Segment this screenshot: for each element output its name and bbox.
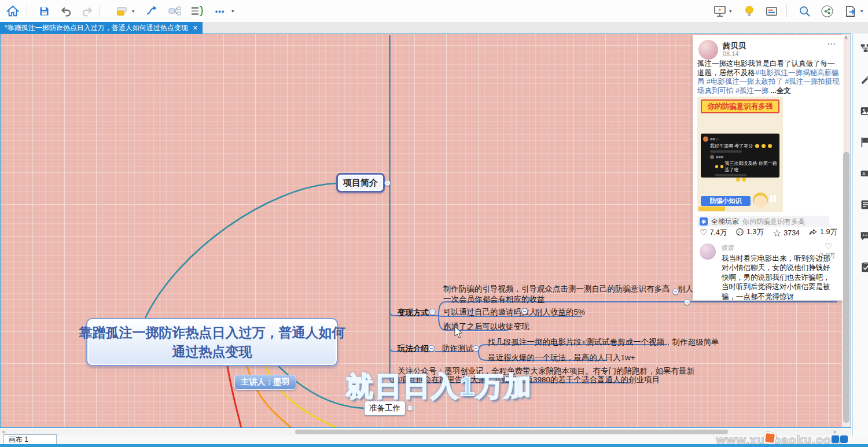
mouse-cursor [454, 326, 463, 338]
star-icon: ☆ [773, 227, 781, 239]
comment-like-heart-icon[interactable]: ♡ [825, 241, 832, 252]
collapse-icon-guide-video[interactable] [672, 289, 679, 295]
watermark-logo [763, 431, 777, 445]
share-stat[interactable]: 1.9万 [808, 227, 837, 237]
video-banner-text: 你的防骗意识有多强 [701, 99, 779, 113]
summary-outline-icon[interactable] [189, 3, 205, 19]
document-tab-bar: *靠蹭孤注一掷防诈热点日入过万，普通人如何通过热点变现 ✕ [0, 22, 868, 34]
document-tab-title: *靠蹭孤注一掷防诈热点日入过万，普通人如何通过热点变现 [5, 23, 188, 33]
save-icon[interactable] [36, 3, 52, 19]
mini-app-icon: ✱ [700, 217, 708, 226]
document-tab[interactable]: *靠蹭孤注一掷防诈热点日入过万，普通人如何通过热点变现 ✕ [0, 22, 203, 34]
bottom-accent-strip [0, 444, 868, 447]
idea-bulb-icon[interactable] [741, 3, 757, 19]
mindmap-canvas[interactable]: 项目简介 靠蹭孤注一掷防诈热点日入过万，普通人如何 通过热点变现 主讲人：墨羽 … [0, 34, 851, 428]
sidebar-comment-icon[interactable] [859, 230, 868, 242]
vertical-scrollbar[interactable]: ∧ [842, 34, 851, 427]
commenter-avatar[interactable] [700, 243, 716, 260]
favorite-count: 3734 [784, 229, 800, 237]
relationship-icon[interactable] [144, 3, 160, 19]
mini-app-tag-row[interactable]: ✱ 全能玩家 你的防骗意识有多高 [697, 216, 829, 227]
video-ribbon-text: 防骗小知识 [701, 196, 751, 206]
svg-text:A..: A.. [862, 171, 867, 176]
like-stat[interactable]: ♡ 7.4万 [700, 227, 727, 238]
collapse-icon-invite[interactable] [521, 308, 528, 315]
favorite-stat[interactable]: ☆ 3734 [773, 227, 800, 239]
comment-stat[interactable]: 1.3万 [735, 227, 764, 237]
more-tools-icon[interactable]: ••• [212, 3, 228, 19]
sidebar-task-icon[interactable] [859, 261, 868, 273]
export-icon[interactable] [842, 3, 858, 19]
mini-app-desc: 你的防骗意识有多高 [742, 217, 805, 227]
central-topic-line1: 靠蹭孤注一掷防诈热点日入过万，普通人如何 [79, 323, 345, 342]
presentation-caret[interactable]: ▾ [729, 8, 732, 14]
video-mini-tag [698, 206, 725, 211]
pause-icon[interactable] [770, 195, 773, 202]
central-topic-line2: 通过热点变现 [172, 342, 252, 361]
collapse-icon-project-intro[interactable] [384, 180, 391, 186]
canvas-sheet-tab[interactable]: 画布 1 [3, 434, 57, 445]
share-icon[interactable] [819, 3, 835, 19]
sidebar-style-brush-icon[interactable] [859, 74, 868, 86]
node-central-topic[interactable]: 靠蹭孤注一掷防诈热点日入过万，普通人如何 通过热点变现 [86, 318, 338, 366]
node-guide-video-line2[interactable]: 一次会员你都会有相应的收益 [443, 294, 545, 305]
node-preparation[interactable]: 准备工作 [364, 401, 406, 416]
node-monetize-methods[interactable]: 变现方式 [398, 308, 429, 318]
sidebar-notes-icon[interactable] [859, 199, 868, 210]
node-play-intro[interactable]: 玩法介绍 [398, 343, 429, 354]
video-comment-screenshot: ■■ ▷ 我好牛逼啊 考了零分 ■■■ 我三次都没及格 你第一题选了啥 [701, 134, 779, 178]
post-author-avatar[interactable] [698, 40, 718, 60]
sidebar-structure-icon[interactable] [859, 43, 868, 54]
mindmap-app-window: ▾ ••• ▾ ▾ ▾ *靠蹭孤注一掷防诈热点日入过万，普通人如何通过热点变现 … [0, 0, 868, 447]
node-test-make[interactable]: 找几段孤注一掷的电影片段+测试试卷剪成一个视频，制作超级简单 [488, 337, 719, 348]
node-presenter-badge[interactable]: 主讲人：墨羽 [234, 375, 296, 390]
big-overlay-text: 就日日入1万加 [346, 368, 532, 405]
collapse-icon-preparation[interactable] [407, 405, 413, 411]
sidebar-label-icon[interactable]: A.. [859, 168, 868, 179]
collapse-icon-anti-fraud-test[interactable] [473, 345, 479, 352]
sidebar-image-icon[interactable] [859, 105, 868, 117]
scroll-up-arrow[interactable]: ∧ [844, 35, 848, 40]
horizontal-scroll-thumb[interactable] [295, 430, 728, 434]
share-count: 1.9万 [820, 227, 837, 237]
export-caret[interactable]: ▾ [860, 8, 863, 14]
node-project-intro[interactable]: 项目简介 [336, 173, 385, 193]
right-sidebar: A.. [852, 34, 868, 435]
video-inner-comment-2: 我三次都没及格 你第一题选了啥 [725, 160, 778, 173]
sidebar-flag-icon[interactable] [859, 136, 868, 148]
heart-icon: ♡ [700, 227, 707, 238]
node-invite-gain[interactable]: 别人收益的5% [535, 307, 585, 317]
node-anti-fraud-test[interactable]: 防诈测试 [442, 343, 473, 354]
engagement-row: ♡ 7.4万 1.3万 ☆ 3734 1.9万 [697, 227, 840, 240]
tab-close-icon[interactable]: ✕ [193, 24, 198, 32]
share-arrow-icon [808, 228, 818, 237]
post-text: 孤注一掷这电影我算是白看了认真做了每一道题，居然不及格#电影孤注一掷揭秘高薪骗局… [697, 60, 840, 95]
watermark-badge-2 [840, 435, 848, 443]
collapse-icon-monetize[interactable] [429, 309, 436, 315]
node-test-hot[interactable]: 最近很火爆的一个玩法，最高的人日入1w+ [488, 353, 635, 363]
more-tools-caret[interactable]: ▾ [231, 8, 234, 14]
notes-panel-icon[interactable] [763, 3, 779, 19]
search-icon[interactable] [796, 3, 812, 19]
status-bar: 画布 1 www.xunbaoku.com [0, 435, 868, 444]
mini-app-name: 全能玩家 [711, 217, 739, 227]
pause-icon-bar2[interactable] [774, 195, 776, 202]
comment-bubble-icon [735, 228, 744, 237]
undo-icon[interactable] [58, 3, 74, 19]
home-icon[interactable] [5, 3, 21, 19]
insert-topic-icon[interactable] [113, 3, 130, 19]
video-thumbnail[interactable]: 你的防骗意识有多强 ■■ ▷ 我好牛逼啊 考了零分 ■■■ 我三次都没及格 你第… [697, 97, 783, 212]
main-toolbar: ▾ ••• ▾ ▾ ▾ [0, 0, 868, 23]
post-full-more[interactable]: ...全文 [770, 87, 790, 95]
vertical-scroll-thumb[interactable] [843, 152, 849, 423]
post-more-icon[interactable]: ⋯ [827, 39, 836, 49]
collapse-icon-play-intro[interactable] [428, 345, 435, 352]
collapse-icon-guide-video-end[interactable] [684, 299, 690, 305]
commenter-name[interactable]: 媛媛 [722, 243, 734, 252]
topic-dropdown-caret[interactable]: ▾ [132, 8, 135, 14]
presentation-icon[interactable] [712, 3, 728, 19]
comment-count: 1.3万 [746, 227, 764, 237]
redo-icon[interactable] [79, 3, 95, 19]
watermark-badge-1 [832, 435, 839, 443]
boundary-icon[interactable] [167, 3, 183, 19]
